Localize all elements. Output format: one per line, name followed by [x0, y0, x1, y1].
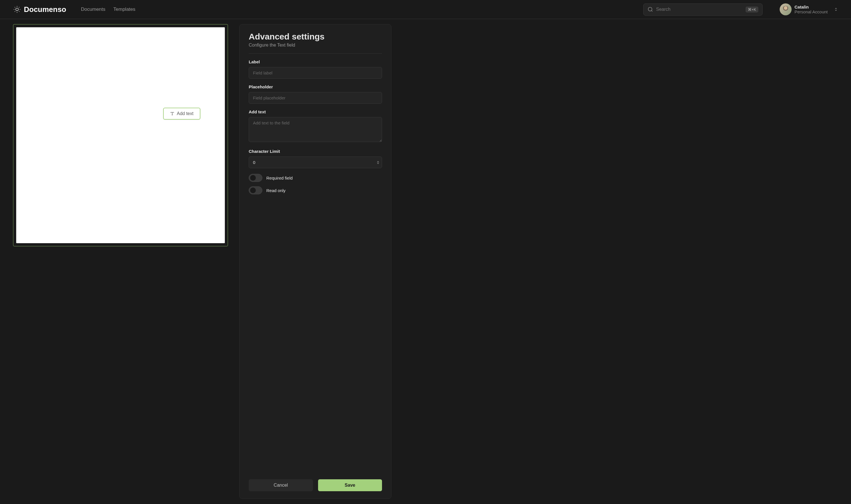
settings-panel: Advanced settings Configure the Text fie…: [239, 24, 391, 499]
svg-line-2: [652, 11, 653, 12]
field-chip-label: Add text: [177, 111, 194, 116]
logo-text: Documenso: [24, 5, 66, 14]
addtext-field-label: Add text: [249, 109, 382, 114]
label-field-label: Label: [249, 59, 382, 64]
placeholder-field-label: Placeholder: [249, 84, 382, 89]
search-input[interactable]: [656, 7, 746, 12]
charlimit-group: Character Limit: [249, 149, 382, 168]
cancel-button[interactable]: Cancel: [249, 479, 313, 491]
readonly-label: Read only: [266, 188, 286, 193]
svg-point-0: [16, 8, 18, 11]
required-toggle[interactable]: [249, 174, 262, 182]
main-content: Add text Advanced settings Configure the…: [0, 19, 851, 504]
number-spinner: [377, 161, 379, 164]
account-type: Personal Account: [795, 10, 828, 14]
spinner-down-icon[interactable]: [377, 163, 379, 164]
search-icon: [648, 6, 653, 12]
settings-subtitle: Configure the Text field: [249, 42, 382, 48]
spinner-up-icon[interactable]: [377, 161, 379, 162]
header: Documenso Documents Templates ⌘+K Catali…: [0, 0, 851, 19]
toggle-thumb: [250, 187, 256, 193]
readonly-toggle-group: Read only: [249, 186, 382, 194]
addtext-textarea[interactable]: [249, 117, 382, 142]
required-toggle-group: Required field: [249, 174, 382, 182]
button-row: Cancel Save: [249, 472, 382, 491]
readonly-toggle[interactable]: [249, 186, 262, 194]
toggle-thumb: [250, 175, 256, 181]
type-icon: [170, 111, 175, 116]
document-page[interactable]: Add text: [16, 27, 225, 243]
charlimit-field-label: Character Limit: [249, 149, 382, 154]
search-bar[interactable]: ⌘+K: [643, 3, 763, 16]
placeholder-input[interactable]: [249, 92, 382, 104]
placeholder-group: Placeholder: [249, 84, 382, 104]
nav-links: Documents Templates: [81, 6, 135, 12]
logo[interactable]: Documenso: [13, 5, 66, 14]
charlimit-input[interactable]: [249, 157, 382, 168]
svg-point-1: [648, 7, 652, 11]
avatar: [780, 3, 792, 15]
logo-icon: [13, 5, 21, 13]
chevron-up-down-icon: [834, 7, 838, 11]
settings-title: Advanced settings: [249, 32, 382, 41]
label-group: Label: [249, 59, 382, 79]
required-label: Required field: [266, 176, 293, 180]
account-name: Catalin: [795, 4, 828, 10]
text-field-chip[interactable]: Add text: [163, 108, 200, 120]
label-input[interactable]: [249, 67, 382, 79]
account-info: Catalin Personal Account: [795, 4, 828, 14]
account-menu[interactable]: Catalin Personal Account: [780, 3, 838, 15]
charlimit-wrapper: [249, 157, 382, 168]
nav-documents[interactable]: Documents: [81, 6, 105, 12]
save-button[interactable]: Save: [318, 479, 382, 491]
document-page-wrapper: Add text: [13, 24, 228, 246]
addtext-group: Add text: [249, 109, 382, 143]
search-shortcut: ⌘+K: [746, 6, 758, 13]
divider: [249, 53, 382, 54]
document-preview: Add text: [13, 24, 228, 499]
nav-templates[interactable]: Templates: [113, 6, 135, 12]
